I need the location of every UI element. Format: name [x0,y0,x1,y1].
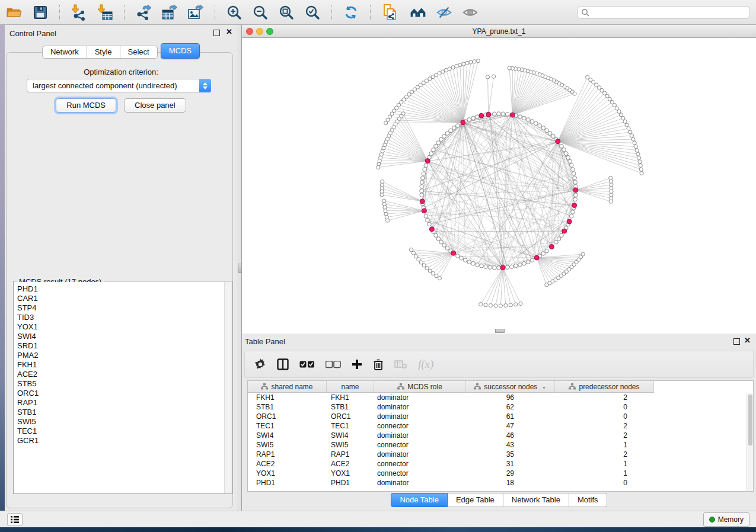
run-mcds-button[interactable]: Run MCDS [56,98,116,113]
mcds-result-item[interactable]: CAR1 [17,294,224,303]
export-network-icon[interactable] [135,4,152,21]
network-node[interactable] [439,240,444,244]
network-node[interactable] [420,180,425,184]
network-node[interactable] [566,155,570,159]
show-all-eye-icon[interactable] [462,4,479,21]
network-node[interactable] [564,152,568,156]
network-node[interactable] [505,265,509,270]
network-node[interactable] [560,233,564,238]
network-node[interactable] [486,75,489,79]
network-node[interactable] [630,134,633,137]
network-node[interactable] [423,168,427,172]
network-node[interactable] [572,172,576,176]
network-node[interactable] [484,265,488,269]
network-node[interactable] [424,164,428,168]
network-node[interactable] [494,304,497,307]
network-node[interactable] [380,193,384,197]
open-session-icon[interactable] [6,4,23,21]
network-node[interactable] [460,256,464,260]
horizontal-splitter-knob[interactable] [495,329,505,333]
zoom-selected-icon[interactable] [304,4,321,21]
mcds-hub-node[interactable] [500,265,505,270]
network-node[interactable] [442,243,446,248]
mcds-result-scrollbar[interactable] [225,282,231,493]
network-node[interactable] [480,264,484,268]
network-node[interactable] [571,168,575,172]
network-node[interactable] [541,126,546,130]
network-node[interactable] [492,75,495,78]
network-node[interactable] [417,258,420,261]
table-row[interactable]: ORC1ORC1dominator610 [248,412,753,421]
vertical-splitter-knob[interactable] [238,264,242,273]
toolbar-search[interactable] [577,6,750,19]
network-canvas[interactable] [242,38,756,334]
network-node[interactable] [638,160,642,164]
network-node[interactable] [420,184,424,188]
network-node[interactable] [425,267,429,270]
column-header-successor-nodes[interactable]: successor nodes⌄ [466,381,555,393]
network-node[interactable] [386,219,390,222]
network-node[interactable] [424,214,428,219]
network-node[interactable] [514,303,518,306]
mcds-result-item[interactable]: ACE2 [17,370,224,379]
network-node[interactable] [522,116,527,120]
network-node[interactable] [414,254,417,258]
hide-selected-eye-icon[interactable] [436,4,452,21]
import-network-icon[interactable] [71,4,87,21]
select-all-icon[interactable] [299,357,315,372]
tab-network-table[interactable]: Network Table [503,493,569,507]
network-node[interactable] [473,60,476,63]
tab-style[interactable]: Style [87,46,120,59]
search-input[interactable] [592,8,746,17]
network-node[interactable] [557,237,561,241]
copy-network-icon[interactable] [381,4,398,21]
table-row[interactable]: PHD1PHD1dominator180 [248,478,753,488]
network-graph[interactable] [242,38,756,334]
mcds-result-list[interactable]: PHD1CAR1STP4TID3YOX1SWI4SRD1PMA2FKH1ACE2… [14,282,225,493]
network-node[interactable] [514,264,518,268]
network-node[interactable] [421,176,425,180]
show-columns-icon[interactable] [277,357,289,372]
network-node[interactable] [451,66,455,69]
network-node[interactable] [545,129,549,133]
import-table-icon[interactable] [97,4,113,21]
network-node[interactable] [573,176,577,180]
network-node[interactable] [465,61,469,65]
network-node[interactable] [639,164,642,167]
network-node[interactable] [442,134,446,139]
network-node[interactable] [445,246,449,251]
network-node[interactable] [518,263,522,267]
table-row[interactable]: STB1STB1dominator620 [248,402,753,412]
network-node[interactable] [501,112,505,116]
network-node[interactable] [476,263,480,267]
network-node[interactable] [422,264,426,267]
mcds-result-item[interactable]: GCR1 [17,436,224,446]
network-node[interactable] [569,164,573,168]
close-panel-button[interactable]: Close panel [124,98,186,113]
network-node[interactable] [492,112,496,116]
delete-column-trash-icon[interactable] [373,357,384,372]
mcds-hub-node[interactable] [510,113,515,117]
mcds-result-item[interactable]: STP4 [17,303,224,313]
network-node[interactable] [522,261,527,265]
network-node[interactable] [456,124,460,128]
column-header-predecessor-nodes[interactable]: predecessor nodes [555,381,654,393]
network-node[interactable] [476,59,480,63]
mcds-result-item[interactable]: TEC1 [17,427,224,436]
network-node[interactable] [571,210,575,214]
network-node[interactable] [456,254,460,258]
network-node[interactable] [631,137,635,141]
tab-mcds[interactable]: MCDS [161,43,200,59]
close-panel-icon[interactable]: ✕ [226,28,232,36]
network-node[interactable] [534,121,538,126]
network-node[interactable] [581,252,585,256]
network-node[interactable] [573,193,578,197]
tab-select[interactable]: Select [120,46,158,59]
network-node[interactable] [449,129,453,133]
network-node[interactable] [434,233,438,238]
network-node[interactable] [635,149,639,152]
mcds-hub-node[interactable] [420,199,425,204]
network-node[interactable] [562,148,566,152]
mcds-hub-node[interactable] [549,244,554,249]
network-node[interactable] [455,65,458,68]
